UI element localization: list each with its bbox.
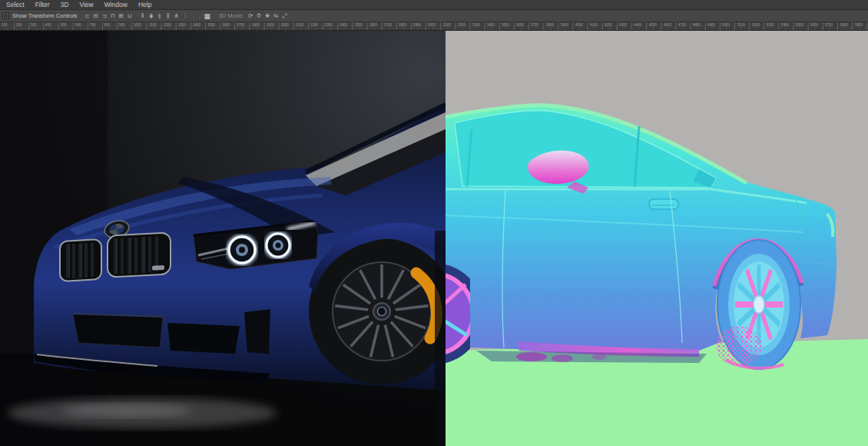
ruler-tick-label: 2700 bbox=[384, 23, 392, 27]
ruler-tick-label: 2500 bbox=[355, 23, 363, 27]
ruler-tick-label: 2200 bbox=[310, 23, 318, 27]
ruler-tick-label: 5800 bbox=[840, 23, 848, 27]
scale-3d-icon[interactable]: ⤢ bbox=[280, 12, 288, 21]
3d-mode-icon-group: ⟳⥁✥⇆⤢ bbox=[247, 12, 288, 21]
menu-item-3d[interactable]: 3D bbox=[61, 0, 69, 10]
align-top-edges-icon[interactable]: ⊓ bbox=[109, 12, 117, 21]
options-separator bbox=[198, 12, 200, 20]
distribute-horizontal-centers-icon[interactable]: ⋔ bbox=[173, 12, 181, 21]
align-icon-group: ⊏⊟⊐⊓⊞⊔ bbox=[84, 12, 134, 21]
ruler-tick-label: 200 bbox=[16, 23, 22, 27]
door-handle bbox=[649, 199, 678, 209]
ruler-tick-label: 400 bbox=[45, 23, 51, 27]
ruler-tick-label: 4900 bbox=[707, 23, 715, 27]
ruler-tick-label: 5900 bbox=[855, 23, 863, 27]
distribute-top-edges-icon[interactable]: ⫴ bbox=[139, 12, 147, 21]
ruler-tick-label: 4800 bbox=[693, 23, 701, 27]
rotate-3d-icon[interactable]: ⟳ bbox=[247, 12, 254, 21]
wheel-center-cap bbox=[378, 308, 386, 316]
ruler-tick-label: 5000 bbox=[722, 23, 730, 27]
distribute-icon-group: ⫴⋕⫵⫼⋔⫶ bbox=[139, 12, 189, 21]
slide-3d-icon[interactable]: ⇆ bbox=[272, 12, 280, 21]
menu-item-help[interactable]: Help bbox=[138, 0, 151, 10]
m4-badge bbox=[152, 265, 164, 271]
show-transform-controls-label: Show Transform Controls bbox=[12, 12, 78, 19]
ruler-tick-label: 4700 bbox=[678, 23, 686, 27]
drag-3d-icon[interactable]: ✥ bbox=[263, 12, 271, 21]
menu-item-select[interactable]: Select bbox=[6, 0, 25, 10]
align-vertical-centers-icon[interactable]: ⊞ bbox=[118, 12, 125, 21]
tool-options-bar: Show Transform Controls ⊏⊟⊐⊓⊞⊔ ⫴⋕⫵⫼⋔⫶ ▦ … bbox=[0, 10, 868, 22]
ruler-tick-label: 3400 bbox=[487, 23, 495, 27]
roll-3d-icon[interactable]: ⥁ bbox=[255, 12, 263, 21]
ruler-tick-label: 3300 bbox=[472, 23, 480, 27]
car-photo bbox=[0, 31, 446, 446]
ruler-tick-label: 100 bbox=[2, 23, 8, 27]
ruler-tick-label: 2000 bbox=[281, 23, 289, 27]
ruler-tick-label: 2900 bbox=[413, 23, 421, 27]
tread-stipple bbox=[716, 326, 762, 366]
ruler-tick-label: 5100 bbox=[737, 23, 745, 27]
menu-bar: Select Filter 3D View Window Help bbox=[0, 0, 868, 10]
ruler-tick-label: 1600 bbox=[222, 23, 230, 27]
ruler-tick-label: 700 bbox=[90, 23, 96, 27]
ruler-tick-label: 1400 bbox=[193, 23, 200, 27]
ruler-tick-label: 2100 bbox=[296, 23, 303, 27]
align-bottom-edges-icon[interactable]: ⊔ bbox=[126, 12, 134, 21]
ruler-tick-label: 4000 bbox=[575, 23, 583, 27]
ruler-tick-label: 3800 bbox=[546, 23, 554, 27]
menu-item-window[interactable]: Window bbox=[104, 0, 128, 10]
ruler-tick-label: 3100 bbox=[443, 23, 451, 27]
ruler-tick-label: 3500 bbox=[502, 23, 509, 27]
wheel-hub bbox=[754, 296, 764, 313]
ruler-tick-label: 5600 bbox=[810, 23, 818, 27]
distribute-vertical-centers-icon[interactable]: ⋕ bbox=[147, 12, 155, 21]
ruler-tick-label: 3600 bbox=[516, 23, 524, 27]
align-horizontal-centers-icon[interactable]: ⊟ bbox=[92, 12, 100, 21]
ruler-tick-label: 4600 bbox=[664, 23, 671, 27]
ruler-tick-label: 1300 bbox=[178, 23, 186, 27]
photo-half[interactable] bbox=[0, 31, 446, 446]
ruler-tick-label: 5500 bbox=[796, 23, 803, 27]
ruler-tick-label: 1700 bbox=[237, 23, 244, 27]
ruler-tick-label: 1500 bbox=[207, 23, 215, 27]
panel-toggle-icon[interactable]: ▦ bbox=[204, 12, 211, 21]
ruler-tick-label: 2600 bbox=[369, 23, 377, 27]
ruler-tick-label: 4400 bbox=[634, 23, 641, 27]
ruler-tick-label: 1900 bbox=[267, 23, 274, 27]
ruler-tick-label: 3200 bbox=[458, 23, 465, 27]
ruler-tick-label: 3900 bbox=[561, 23, 568, 27]
ruler-tick-label: 600 bbox=[75, 23, 81, 27]
document-canvas[interactable] bbox=[0, 31, 868, 446]
distribute-left-edges-icon[interactable]: ⫼ bbox=[164, 12, 172, 21]
ruler-tick-label: 4200 bbox=[605, 23, 612, 27]
horizontal-ruler[interactable]: 1002003004005006007008009001000110012001… bbox=[0, 22, 868, 31]
ruler-tick-label: 2300 bbox=[325, 23, 333, 27]
show-transform-controls-checkbox[interactable] bbox=[2, 12, 9, 19]
ruler-tick-label: 800 bbox=[104, 23, 111, 27]
align-left-edges-icon[interactable]: ⊏ bbox=[84, 12, 91, 21]
ruler-tick-label: 5300 bbox=[767, 23, 774, 27]
align-right-edges-icon[interactable]: ⊐ bbox=[101, 12, 108, 21]
ruler-tick-label: 900 bbox=[119, 23, 125, 27]
3d-mode-label: 3D Mode: bbox=[219, 12, 244, 19]
ruler-tick-label: 5700 bbox=[825, 23, 833, 27]
ruler-tick-label: 1800 bbox=[252, 23, 260, 27]
ruler-tick-label: 1000 bbox=[134, 23, 141, 27]
car-normal-map bbox=[446, 31, 868, 446]
ruler-tick-label: 5200 bbox=[752, 23, 760, 27]
menu-item-view[interactable]: View bbox=[79, 0, 93, 10]
menu-item-filter[interactable]: Filter bbox=[35, 0, 50, 10]
distribute-right-edges-icon[interactable]: ⫶ bbox=[181, 12, 189, 21]
ruler-tick-label: 3700 bbox=[531, 23, 538, 27]
ruler-tick-label: 4300 bbox=[619, 23, 627, 27]
normal-map-half[interactable] bbox=[446, 31, 868, 446]
ruler-tick-label: 2400 bbox=[340, 23, 347, 27]
ruler-tick-label: 300 bbox=[31, 23, 37, 27]
ruler-tick-label: 5400 bbox=[781, 23, 789, 27]
rear-wheel-normal bbox=[714, 240, 802, 369]
ruler-tick-label: 2800 bbox=[399, 23, 406, 27]
ruler-tick-label: 500 bbox=[61, 23, 67, 27]
distribute-bottom-edges-icon[interactable]: ⫵ bbox=[156, 12, 164, 21]
ruler-tick-label: 1200 bbox=[164, 23, 171, 27]
